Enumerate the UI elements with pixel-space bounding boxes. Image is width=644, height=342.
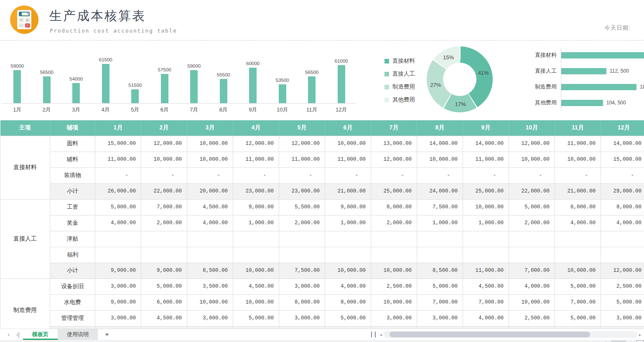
value-cell[interactable]: 22,000.00 — [509, 183, 555, 199]
value-cell[interactable]: 9,000.00 — [325, 199, 371, 215]
month-header[interactable]: 2月 — [141, 120, 187, 136]
value-cell[interactable]: 10,000.00 — [555, 152, 601, 167]
value-cell[interactable]: 24,000.00 — [417, 183, 463, 199]
value-cell[interactable] — [325, 247, 371, 263]
value-cell[interactable] — [463, 247, 509, 263]
value-cell[interactable]: 4,500.00 — [187, 199, 233, 215]
row-label-cell[interactable]: 辅料 — [50, 152, 95, 167]
value-cell[interactable]: 2,500.00 — [509, 310, 555, 326]
value-cell[interactable]: 15,000.00 — [601, 152, 644, 167]
value-cell[interactable]: 5,000.00 — [555, 279, 601, 294]
value-cell[interactable]: 1,000.00 — [233, 215, 279, 231]
value-cell[interactable] — [187, 231, 233, 247]
value-cell[interactable] — [325, 231, 371, 247]
value-cell[interactable]: 8,000.00 — [325, 294, 371, 310]
value-cell[interactable] — [95, 247, 141, 263]
value-cell[interactable]: 11,000.00 — [325, 152, 371, 167]
value-cell[interactable]: 7,000.00 — [555, 294, 601, 310]
month-header[interactable]: 10月 — [509, 120, 555, 136]
value-cell[interactable] — [417, 247, 463, 263]
value-cell[interactable]: 7,000.00 — [463, 294, 509, 310]
value-cell[interactable]: 1,000.00 — [463, 215, 509, 231]
value-cell[interactable]: 21,000.00 — [555, 183, 601, 199]
value-cell[interactable]: 3,000.00 — [187, 310, 233, 326]
scroll-left-icon[interactable]: ◂ — [378, 332, 384, 337]
value-cell[interactable]: 8,000.00 — [279, 294, 325, 310]
value-cell[interactable]: 11,000.00 — [463, 263, 509, 279]
value-cell[interactable]: 10,000.00 — [187, 294, 233, 310]
value-cell[interactable]: - — [371, 167, 417, 183]
month-header[interactable]: 5月 — [279, 120, 325, 136]
row-label-cell[interactable]: 管理管理 — [50, 310, 95, 326]
scroll-right-icon[interactable]: ▸ — [637, 332, 643, 337]
value-cell[interactable] — [141, 231, 187, 247]
zoom-in-icon[interactable]: + — [605, 340, 607, 342]
value-cell[interactable]: 4,500.00 — [463, 279, 509, 294]
value-cell[interactable]: 10,000.00 — [509, 152, 555, 167]
month-header[interactable]: 7月 — [371, 120, 417, 136]
value-cell[interactable]: 3,000.00 — [279, 279, 325, 294]
cost-structure-donut-chart[interactable]: 直接材料直接人工制造费用其他费用 41%17%27%15% — [384, 46, 493, 112]
value-cell[interactable]: - — [509, 167, 555, 183]
value-cell[interactable] — [371, 247, 417, 263]
category-total-hbar-chart[interactable]: 直接材料直接人工112, 500制造费用187,其他费用104, 500 — [525, 47, 644, 111]
value-cell[interactable]: 10,000.00 — [463, 199, 509, 215]
month-header[interactable]: 12月 — [601, 120, 644, 136]
row-label-cell[interactable]: 工资 — [50, 199, 95, 215]
value-cell[interactable]: 10,000.00 — [187, 136, 233, 152]
value-cell[interactable]: 5,000.00 — [141, 279, 187, 294]
row-label-cell[interactable]: 津贴 — [50, 231, 95, 247]
value-cell[interactable]: 3,000.00 — [279, 310, 325, 326]
value-cell[interactable]: 9,000.00 — [141, 263, 187, 279]
value-cell[interactable]: 3,000.00 — [95, 310, 141, 326]
value-cell[interactable]: 10,000.00 — [141, 152, 187, 167]
value-cell[interactable]: 4,000.00 — [509, 279, 555, 294]
value-cell[interactable]: 10,000.00 — [371, 263, 417, 279]
value-cell[interactable]: 10,000.00 — [417, 152, 463, 167]
value-cell[interactable]: 8,500.00 — [417, 263, 463, 279]
header-main-item[interactable]: 主项 — [0, 120, 50, 136]
value-cell[interactable]: - — [417, 167, 463, 183]
value-cell[interactable]: 12,000.00 — [371, 152, 417, 167]
value-cell[interactable]: 11,000.00 — [555, 136, 601, 152]
value-cell[interactable]: 8,000.00 — [371, 199, 417, 215]
value-cell[interactable]: 29,000.00 — [601, 183, 644, 199]
value-cell[interactable] — [233, 231, 279, 247]
value-cell[interactable]: 5,000.00 — [509, 199, 555, 215]
value-cell[interactable] — [555, 231, 601, 247]
value-cell[interactable] — [95, 231, 141, 247]
value-cell[interactable] — [417, 231, 463, 247]
month-header[interactable]: 9月 — [463, 120, 509, 136]
value-cell[interactable]: - — [279, 167, 325, 183]
row-label-cell[interactable]: 设备折旧 — [50, 279, 95, 294]
value-cell[interactable]: 3,000.00 — [95, 279, 141, 294]
value-cell[interactable]: 4,500.00 — [141, 310, 187, 326]
value-cell[interactable]: - — [463, 167, 509, 183]
value-cell[interactable]: 13,000.00 — [371, 136, 417, 152]
value-cell[interactable]: 4,500.00 — [233, 279, 279, 294]
horizontal-scrollbar[interactable]: ◂ ▸ — [371, 331, 643, 338]
add-sheet-button[interactable]: + — [98, 329, 116, 340]
value-cell[interactable]: 10,000.00 — [555, 263, 601, 279]
value-cell[interactable]: 5,000.00 — [417, 279, 463, 294]
sheet-tab-template[interactable]: 模板页 — [23, 329, 58, 340]
value-cell[interactable]: 10,000.00 — [325, 263, 371, 279]
value-cell[interactable] — [233, 247, 279, 263]
value-cell[interactable]: 2,500.00 — [601, 279, 644, 294]
value-cell[interactable]: 22,000.00 — [141, 183, 187, 199]
value-cell[interactable] — [463, 231, 509, 247]
value-cell[interactable]: 25,000.00 — [371, 183, 417, 199]
value-cell[interactable]: 5,000.00 — [325, 310, 371, 326]
value-cell[interactable]: 12,000.00 — [233, 136, 279, 152]
value-cell[interactable]: 1,000.00 — [417, 215, 463, 231]
sheet-tab-instructions[interactable]: 使用说明 — [58, 329, 98, 340]
value-cell[interactable]: - — [187, 167, 233, 183]
value-cell[interactable] — [279, 247, 325, 263]
group-cell[interactable]: 制造费用 — [0, 279, 50, 329]
month-header[interactable]: 11月 — [555, 120, 601, 136]
value-cell[interactable]: 2,000.00 — [279, 215, 325, 231]
month-header[interactable]: 8月 — [417, 120, 463, 136]
value-cell[interactable] — [601, 231, 644, 247]
value-cell[interactable]: 5,000.00 — [95, 199, 141, 215]
value-cell[interactable]: 14,000.00 — [601, 136, 644, 152]
